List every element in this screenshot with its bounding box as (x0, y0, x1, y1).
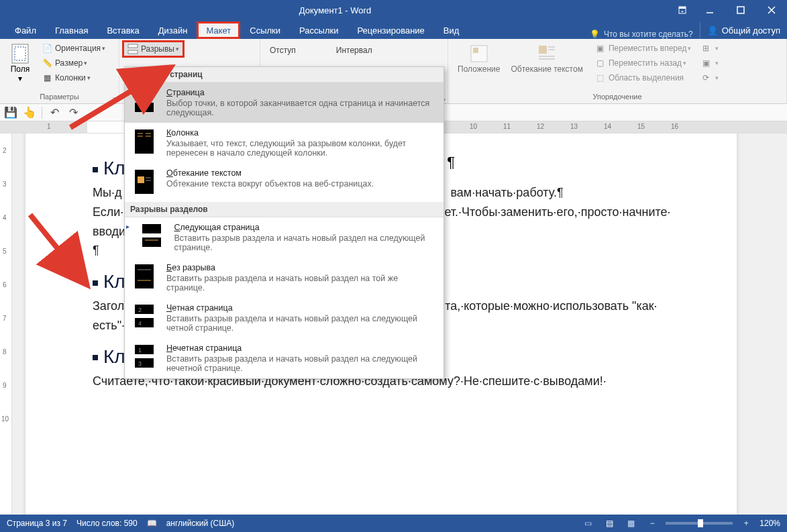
read-mode-button[interactable]: ▭ (580, 517, 596, 530)
svg-text:3: 3 (138, 360, 142, 367)
section-header-section-breaks: Разрывы разделов (125, 202, 443, 217)
wrap-label: Обтекание текстом (511, 64, 582, 74)
tab-home[interactable]: Главная (46, 21, 97, 39)
svg-text:4: 4 (138, 320, 142, 327)
wrap-icon (536, 43, 558, 64)
web-layout-button[interactable]: ▦ (623, 517, 639, 530)
zoom-slider[interactable] (666, 522, 733, 525)
align-button[interactable]: ⊞▾ (698, 42, 721, 55)
proofing-icon[interactable]: 📖 (147, 519, 157, 528)
even-page-icon: 24 (132, 303, 157, 331)
zoom-in-button[interactable]: + (738, 517, 754, 530)
language-status[interactable]: английский (США) (166, 519, 234, 528)
tab-file[interactable]: Файл (5, 21, 46, 39)
svg-rect-9 (128, 50, 138, 54)
tell-me-search[interactable]: 💡Что вы хотите сделать? (583, 30, 700, 39)
zoom-level[interactable]: 120% (759, 519, 780, 528)
bring-forward-button[interactable]: ▣Переместить вперед▾ (592, 42, 694, 55)
titlebar: Документ1 - Word (0, 0, 787, 20)
minimize-button[interactable] (694, 0, 725, 20)
window-title: Документ1 - Word (0, 5, 670, 15)
close-button[interactable] (756, 0, 787, 20)
share-button[interactable]: 👤Общий доступ (700, 22, 787, 39)
undo-button[interactable]: ↶ (48, 106, 61, 119)
page-setup-group: Поля ▾ 📄Ориентация▾ 📏Размер▾ ▦Колонки▾ П… (0, 39, 119, 103)
save-button[interactable]: 💾 (4, 106, 17, 119)
rotate-button[interactable]: ⟳▾ (698, 71, 721, 85)
send-backward-icon: ▢ (595, 58, 606, 68)
share-label: Общий доступ (722, 25, 780, 36)
page-status[interactable]: Страница 3 из 7 (7, 519, 67, 528)
position-label: Положение (458, 64, 500, 74)
columns-button[interactable]: ▦Колонки▾ (39, 71, 108, 85)
bring-forward-label: Переместить вперед (609, 44, 686, 53)
orientation-label: Ориентация (55, 44, 101, 53)
margins-button[interactable]: Поля ▾ (4, 42, 36, 91)
breaks-label: Разрывы (141, 44, 174, 54)
ribbon-display-options[interactable] (670, 0, 694, 20)
send-backward-button[interactable]: ▢Переместить назад▾ (592, 56, 694, 70)
touch-mode-button[interactable]: 👆 (23, 106, 36, 119)
svg-rect-28 (142, 224, 161, 233)
tab-view[interactable]: Вид (434, 21, 469, 39)
svg-rect-12 (539, 46, 547, 54)
continuous-icon (132, 263, 157, 291)
svg-rect-25 (138, 176, 144, 183)
menu-item-next-page[interactable]: ▸ Следующая страницаВставить разрыв разд… (125, 217, 443, 258)
tab-layout[interactable]: Макет (197, 21, 240, 39)
menu-item-even-page[interactable]: 24 Четная страницаВставить разрыв раздел… (125, 298, 443, 338)
redo-button[interactable]: ↷ (66, 106, 80, 119)
status-bar: Страница 3 из 7 Число слов: 590 📖 англий… (0, 515, 787, 532)
tab-insert[interactable]: Вставка (97, 21, 148, 39)
svg-text:1: 1 (138, 347, 142, 354)
arrange-group: Положение Обтекание текстом ▣Переместить… (448, 39, 787, 103)
page-setup-label: Параметры (4, 91, 115, 102)
svg-text:2: 2 (138, 307, 142, 313)
section-header-page-breaks: Разрывы страниц (125, 67, 443, 83)
size-button[interactable]: 📏Размер▾ (39, 56, 108, 70)
tab-mailings[interactable]: Рассылки (290, 21, 348, 39)
lightbulb-icon: 💡 (590, 30, 600, 39)
position-icon (468, 43, 490, 64)
breaks-button[interactable]: Разрывы▾ (123, 42, 183, 56)
menu-item-odd-page[interactable]: 13 Нечетная страницаВставить разрыв разд… (125, 338, 443, 378)
page-break-icon (132, 88, 157, 116)
tab-review[interactable]: Рецензирование (348, 21, 433, 39)
zoom-out-button[interactable]: − (644, 517, 660, 530)
svg-rect-11 (473, 48, 478, 53)
menu-item-column[interactable]: КолонкаУказывает, что текст, следующий з… (125, 123, 443, 163)
menu-item-page[interactable]: СтраницаВыбор точки, в которой заканчива… (125, 83, 443, 123)
tab-references[interactable]: Ссылки (240, 21, 290, 39)
menu-item-text-wrap[interactable]: Обтекание текстомОбтекание текста вокруг… (125, 163, 443, 202)
svg-rect-8 (128, 44, 138, 48)
svg-rect-3 (737, 7, 744, 13)
rotate-icon: ⟳ (700, 72, 711, 83)
wrap-text-button[interactable]: Обтекание текстом (505, 42, 588, 91)
selection-pane-button[interactable]: ⬚Область выделения (592, 71, 694, 85)
tab-design[interactable]: Дизайн (149, 21, 197, 39)
page-setup-launcher[interactable]: ↘ (112, 95, 117, 102)
tell-me-label: Что вы хотите сделать? (604, 30, 693, 39)
orientation-button[interactable]: 📄Ориентация▾ (39, 42, 108, 55)
svg-rect-19 (135, 129, 154, 154)
svg-rect-17 (135, 89, 154, 99)
word-count[interactable]: Число слов: 590 (76, 519, 138, 528)
ribbon-tabs: Файл Главная Вставка Дизайн Макет Ссылки… (0, 20, 787, 39)
print-layout-button[interactable]: ▤ (601, 517, 617, 530)
position-button[interactable]: Положение (452, 42, 505, 91)
menu-item-continuous[interactable]: Без разрываВставить разрыв раздела и нач… (125, 258, 443, 298)
size-icon: 📏 (42, 58, 52, 68)
group-button[interactable]: ▣▾ (698, 56, 721, 70)
selection-icon: ⬚ (595, 72, 606, 83)
chevron-down-icon: ▾ (18, 74, 22, 83)
columns-label: Колонки (55, 73, 86, 83)
align-icon: ⊞ (700, 43, 711, 54)
svg-rect-29 (142, 237, 161, 247)
person-icon: 👤 (707, 25, 718, 36)
bring-forward-icon: ▣ (595, 43, 606, 54)
breaks-dropdown: Разрывы страниц СтраницаВыбор точки, в к… (124, 66, 444, 379)
maximize-button[interactable] (725, 0, 756, 20)
vertical-ruler[interactable]: 2 3 4 5 6 7 8 9 10 (0, 134, 12, 515)
orientation-icon: 📄 (42, 43, 52, 54)
odd-page-icon: 13 (132, 343, 157, 372)
